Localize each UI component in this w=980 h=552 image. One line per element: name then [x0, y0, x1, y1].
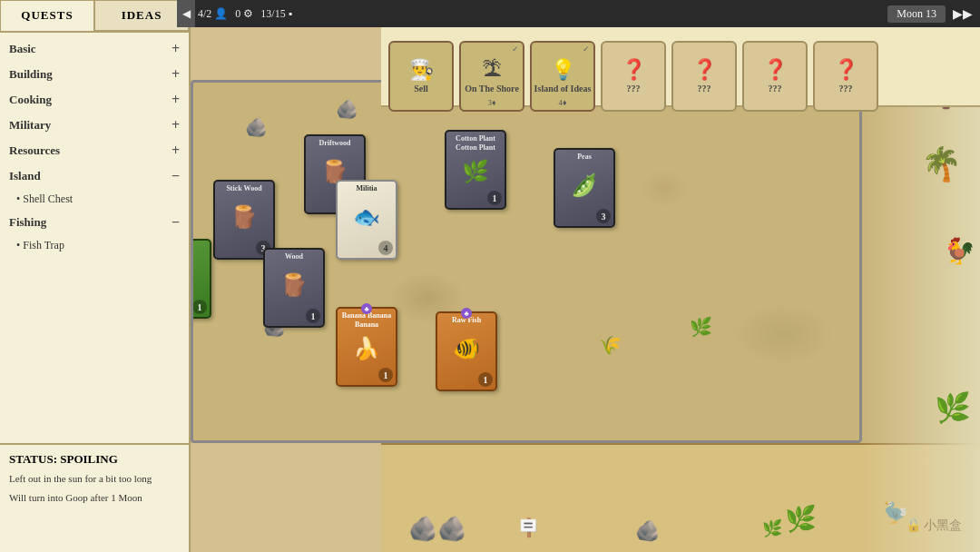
game-card-cod[interactable]: Cod 🌿 1 — [191, 239, 211, 319]
sidebar-category-cooking[interactable]: Cooking+ — [0, 87, 189, 113]
sidebar-category-label: Cooking — [9, 93, 52, 107]
status-description: Left out in the sun for a bit too long — [9, 472, 180, 486]
box-icon: ▪ — [289, 7, 292, 21]
sidebar-category-military[interactable]: Military+ — [0, 113, 189, 138]
sidebar-list: Basic+Building+Cooking+Military+Resource… — [0, 33, 189, 443]
card-art: 🪵 — [280, 261, 308, 309]
card-badge: ♣ — [361, 303, 372, 314]
hud-coins-value: 0 — [235, 7, 240, 21]
sidebar-collapse-button[interactable]: ◀ — [177, 0, 195, 27]
rock-group: 🪨🪨 — [408, 515, 466, 543]
rock-decoration-b: 🪨 — [635, 519, 660, 543]
card-title: Militia — [340, 184, 393, 193]
slot-icon: ❓ — [622, 58, 646, 82]
hud-right-group: Moon 13 ▶▶ — [887, 5, 973, 23]
sidebar-category-label: Basic — [9, 42, 36, 56]
sidebar: QUESTS IDEAS Basic+Building+Cooking+Mili… — [0, 0, 191, 552]
sidebar-category-island[interactable]: Island− — [0, 163, 189, 189]
topbar-slot-0[interactable]: 👨‍🍳 Sell — [388, 41, 454, 112]
bird-decoration: 🦤 — [883, 501, 907, 525]
topbar-slot-2[interactable]: 💡 Island of Ideas 4♦ ✓ — [530, 41, 595, 112]
game-card-militia[interactable]: Militia 🐟 4 — [336, 180, 397, 260]
topbar-slot-3[interactable]: ❓ ??? — [601, 41, 666, 112]
slot-count: 4♦ — [558, 98, 566, 107]
play-field[interactable]: 🪨 🪨 🌾 🌿 🪨 Driftwood 🪵 6 Cotton Plant Cot… — [191, 80, 980, 443]
card-number: 3 — [596, 209, 611, 223]
sidebar-category-label: Building — [9, 67, 53, 82]
card-number: 4 — [378, 241, 393, 255]
watermark: 🔒 小黑盒 — [906, 518, 963, 534]
sidebar-sub-item-shellchest[interactable]: • Shell Chest — [0, 189, 189, 210]
slot-label: ??? — [698, 84, 711, 94]
grass-decoration: 🌿 — [762, 518, 782, 538]
card-art: 🪵 — [230, 193, 258, 241]
sidebar-category-building[interactable]: Building+ — [0, 62, 189, 87]
hud-resources: 4/2 👤 — [198, 7, 228, 21]
sidebar-sub-item-fishtrap[interactable]: • Fish Trap — [0, 235, 189, 256]
card-badge: ♣ — [461, 308, 472, 319]
card-title: Cod — [191, 243, 207, 252]
card-title: Driftwood — [309, 139, 361, 148]
sidebar-category-resources[interactable]: Resources+ — [0, 138, 189, 163]
topbar-slot-4[interactable]: ❓ ??? — [671, 41, 737, 112]
status-panel: STATUS: SPOILING Left out in the sun for… — [0, 443, 189, 552]
card-number: 1 — [192, 300, 207, 314]
card-number: 1 — [306, 309, 320, 323]
sidebar-tabs: QUESTS IDEAS — [0, 0, 189, 33]
rock-decoration: 🌿 — [690, 316, 712, 338]
slot-icon: ❓ — [692, 58, 717, 82]
status-warning: Will turn into Goop after 1 Moon — [9, 491, 180, 505]
card-art: 🍌 — [353, 329, 380, 368]
hud-resources-value: 4/2 — [198, 7, 211, 21]
game-card-wood[interactable]: Wood 🪵 1 — [263, 248, 325, 328]
game-area: 👨‍🍳 Sell 🏝 On The Shore 3♦ ✓ 💡 Island of… — [191, 27, 980, 552]
slot-count: 3♦ — [487, 98, 495, 107]
topbar-slot-6[interactable]: ❓ ??? — [813, 41, 878, 112]
sidebar-toggle-icon: + — [172, 66, 180, 83]
hud-counter: 13/15 ▪ — [260, 7, 292, 21]
topbar-slot-5[interactable]: ❓ ??? — [742, 41, 808, 112]
sidebar-category-fishing[interactable]: Fishing− — [0, 210, 189, 235]
sidebar-toggle-icon: + — [172, 41, 180, 57]
sidebar-toggle-icon: + — [172, 117, 180, 133]
hud-forward-button[interactable]: ▶▶ — [953, 6, 973, 22]
hud-moon: Moon 13 — [887, 5, 946, 23]
slot-label: ??? — [769, 84, 782, 94]
top-hud: 4/2 👤 0 ⚙ 13/15 ▪ Moon 13 ▶▶ — [191, 0, 980, 27]
card-art: 🐠 — [453, 325, 480, 372]
slot-icon: 💡 — [551, 58, 575, 82]
status-title: STATUS: SPOILING — [9, 452, 180, 467]
card-number: 1 — [378, 368, 393, 382]
slot-label: ??? — [627, 84, 641, 94]
card-number: 1 — [478, 372, 493, 387]
game-card-cotton-plant[interactable]: Cotton Plant Cotton Plant 🌿 1 — [445, 130, 506, 210]
slot-label: On The Shore — [465, 84, 519, 94]
game-card-peas[interactable]: Peas 🫛 3 — [554, 148, 615, 228]
slot-label: ??? — [839, 84, 853, 94]
rock-decoration: 🪨 — [336, 98, 358, 120]
slot-icon: 👨‍🍳 — [409, 58, 434, 82]
sidebar-toggle-icon: + — [172, 143, 180, 159]
card-title: Cotton Plant Cotton Plant — [449, 134, 502, 152]
bottom-decoration: 🪨🪨 🪧 🪨 🌿 🌿 🦤 — [381, 443, 980, 552]
person-icon: 👤 — [214, 7, 228, 21]
slot-icon: 🏝 — [482, 58, 502, 82]
sidebar-toggle-icon: − — [172, 168, 180, 184]
slot-label: Island of Ideas — [534, 84, 592, 94]
tab-ideas[interactable]: IDEAS — [94, 0, 189, 31]
tab-quests[interactable]: QUESTS — [0, 0, 94, 31]
card-title: Stick Wood — [218, 184, 270, 193]
slot-icon: ❓ — [763, 58, 788, 82]
sidebar-toggle-icon: + — [172, 92, 180, 108]
sidebar-category-basic[interactable]: Basic+ — [0, 36, 189, 62]
sidebar-toggle-icon: − — [172, 214, 180, 231]
sidebar-category-label: Fishing — [9, 215, 46, 230]
slot-label: Sell — [414, 84, 428, 94]
game-card-raw-fish[interactable]: ♣ Raw Fish 🐠 1 — [436, 311, 497, 391]
card-art: 🫛 — [571, 162, 598, 209]
hud-coins: 0 ⚙ — [235, 7, 253, 21]
game-card-banana-stack[interactable]: ♣ Banana Banana Banana 🍌 1 — [336, 307, 397, 387]
topbar-slot-1[interactable]: 🏝 On The Shore 3♦ ✓ — [459, 41, 524, 112]
card-title: Peas — [558, 153, 611, 162]
sign-decoration: 🪧 — [517, 517, 540, 538]
